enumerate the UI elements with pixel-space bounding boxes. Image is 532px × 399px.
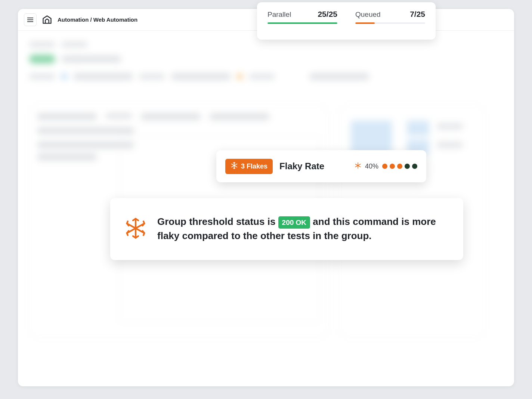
queued-label: Queued <box>355 10 381 19</box>
queued-value: 7/25 <box>410 10 425 19</box>
threshold-message-text: Group threshold status is 200 OK and thi… <box>157 215 448 243</box>
flakes-badge: 3 Flakes <box>225 159 273 174</box>
flaky-rate-card: 3 Flakes Flaky Rate 40% <box>216 150 426 182</box>
snowflake-icon <box>355 162 361 170</box>
app-logo <box>42 15 52 25</box>
status-dot <box>405 164 410 169</box>
flaky-dot-indicator <box>382 164 417 169</box>
status-dot <box>397 164 402 169</box>
queued-progress <box>355 22 425 24</box>
status-dot <box>412 164 417 169</box>
status-ok-badge: 200 OK <box>278 216 310 229</box>
parallel-value: 25/25 <box>318 10 337 19</box>
parallel-progress <box>267 22 337 24</box>
flaky-rate-title: Flaky Rate <box>279 161 348 171</box>
parallel-label: Parallel <box>267 10 291 19</box>
flakes-count: 3 Flakes <box>241 163 267 170</box>
breadcrumb: Automation / Web Automation <box>58 16 137 23</box>
queued-stat: Queued 7/25 <box>355 10 425 34</box>
app-window: Automation / Web Automation <box>18 9 514 386</box>
flaky-rate-value-group: 40% <box>355 162 417 170</box>
snowflake-icon <box>125 218 146 240</box>
snowflake-icon <box>231 162 238 171</box>
threshold-message-card: Group threshold status is 200 OK and thi… <box>110 198 463 260</box>
status-dot <box>390 164 395 169</box>
parallel-stat: Parallel 25/25 <box>267 10 337 34</box>
hamburger-icon <box>27 19 33 20</box>
queue-stats-card: Parallel 25/25 Queued 7/25 <box>257 2 436 40</box>
flaky-rate-percent: 40% <box>365 163 378 170</box>
status-dot <box>382 164 387 169</box>
menu-button[interactable] <box>24 13 37 26</box>
